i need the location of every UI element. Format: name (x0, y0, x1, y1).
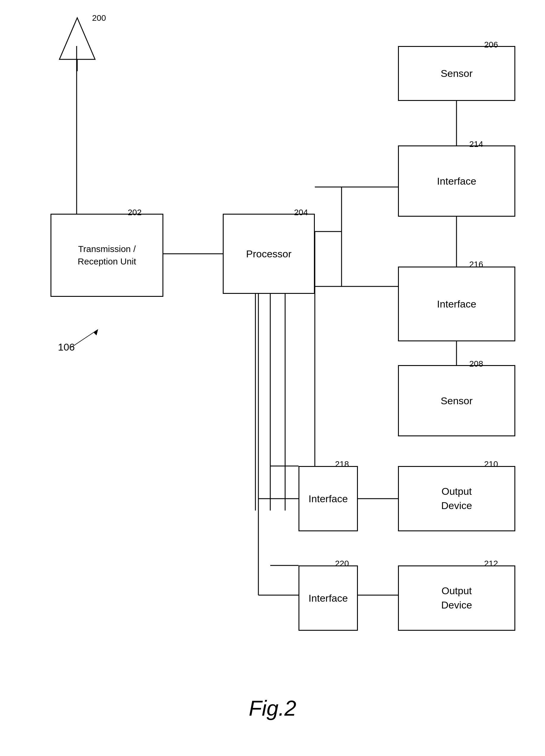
svg-marker-25 (59, 18, 95, 59)
output210-label: OutputDevice (441, 484, 472, 513)
ref-210: 210 (484, 459, 498, 469)
sensor1-label: Sensor (441, 68, 473, 79)
ref-204: 204 (294, 208, 308, 217)
ref-208: 208 (469, 359, 483, 369)
interface218-box: Interface (299, 466, 358, 531)
sensor2-box: Sensor (398, 365, 515, 436)
ref-218: 218 (335, 459, 349, 469)
interface220-box: Interface (299, 565, 358, 631)
interface216-label: Interface (437, 298, 476, 310)
processor-box: Processor (223, 214, 315, 294)
ref-216: 216 (469, 260, 483, 269)
ref-220: 220 (335, 559, 349, 568)
interface216-box: Interface (398, 267, 515, 341)
ref-212: 212 (484, 559, 498, 568)
figure-caption: Fig.2 (213, 696, 332, 720)
interface218-label: Interface (309, 493, 348, 505)
ref-202: 202 (128, 208, 142, 217)
transmission-unit-label: Transmission /Reception Unit (78, 243, 136, 268)
interface214-label: Interface (437, 175, 476, 187)
diagram-container: 200 Transmission /Reception Unit 202 Pro… (0, 0, 545, 756)
interface214-box: Interface (398, 145, 515, 217)
ref-106-arrow (68, 327, 104, 350)
interface220-label: Interface (309, 592, 348, 604)
svg-marker-28 (93, 329, 98, 335)
sensor2-label: Sensor (441, 395, 473, 407)
output212-box: OutputDevice (398, 565, 515, 631)
ref-206: 206 (484, 40, 498, 50)
ref-200: 200 (92, 13, 106, 23)
ref-214: 214 (469, 140, 483, 149)
transmission-unit-box: Transmission /Reception Unit (50, 214, 163, 297)
output210-box: OutputDevice (398, 466, 515, 531)
output212-label: OutputDevice (441, 584, 472, 612)
processor-label: Processor (246, 248, 292, 260)
sensor1-box: Sensor (398, 46, 515, 101)
